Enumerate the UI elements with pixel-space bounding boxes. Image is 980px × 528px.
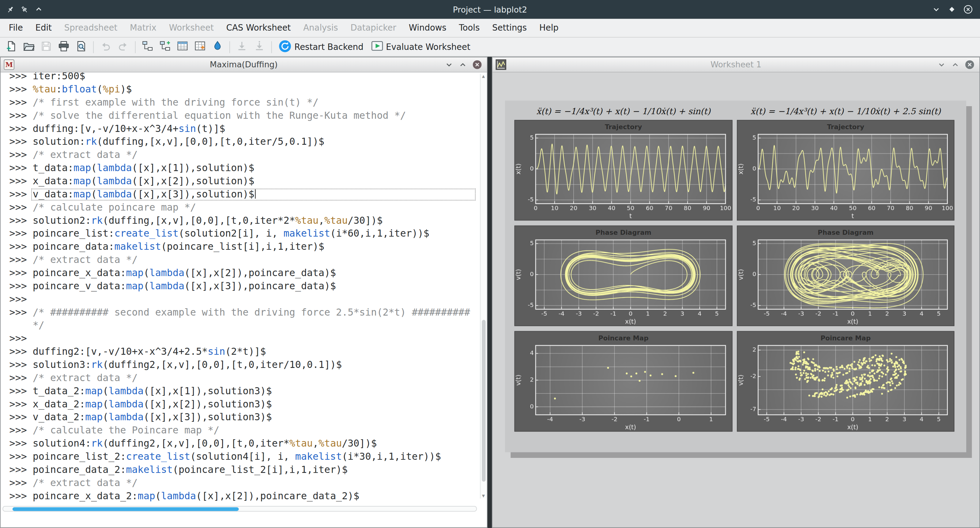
syntax-highlight-button[interactable] (209, 38, 226, 55)
console-lines: >>> iter:500$>>> %tau:bfloat(%pi)$>>> /*… (1, 73, 479, 503)
console-line[interactable]: >>> /* solve the differential equation w… (1, 109, 479, 122)
jump-last-button[interactable] (250, 38, 268, 55)
cas-shade-button[interactable] (445, 60, 453, 69)
new-matrix-button[interactable] (191, 38, 208, 55)
keep-above-icon[interactable] (35, 5, 42, 13)
plot-phase-left[interactable]: Phase Diagram (514, 225, 733, 326)
console-line[interactable]: >>> /* first example with the driving fo… (1, 96, 479, 109)
console-horizontal-scrollbar[interactable] (2, 506, 477, 512)
plot-title: Trajectory (515, 121, 732, 133)
window-titlebar[interactable]: Project — labplot2 (0, 0, 980, 19)
jump-down-icon (236, 40, 247, 54)
console-line[interactable]: >>> t_data:map(lambda([x],x[1]),solution… (1, 162, 479, 175)
close-button[interactable] (964, 5, 973, 14)
application-window: Project — labplot2 FileEditSpreadsheetMa… (0, 0, 980, 528)
phase-right-canvas (737, 238, 954, 326)
evaluate-worksheet-button[interactable]: Evaluate Worksheet (367, 38, 474, 55)
console-line[interactable]: >>> (1, 332, 479, 346)
console-line[interactable]: >>> solution:rk(duffing,[x,v],[0,0],[t,0… (1, 136, 479, 149)
console-line[interactable]: >>> x_data_2:map(lambda([x],x[2]),soluti… (1, 398, 479, 411)
console-line[interactable]: >>> poincare_data:makelist(poincare_list… (1, 241, 479, 254)
console-line[interactable]: >>> poincare_list_2:create_list(solution… (1, 450, 479, 463)
new-spreadsheet-button[interactable] (173, 38, 191, 55)
restart-backend-button[interactable]: Restart Backend (275, 38, 367, 55)
console-line[interactable]: >>> poincare_data_2:makelist(poincare_li… (1, 463, 479, 477)
cas-window-titlebar[interactable]: M Maxima(Duffing) (1, 57, 487, 73)
pin-icon[interactable] (6, 5, 14, 13)
droplet-icon (213, 41, 223, 53)
cas-close-button[interactable] (473, 60, 482, 70)
maximize-button[interactable] (948, 5, 956, 13)
redo-icon (118, 40, 129, 54)
maxima-console[interactable]: >>> iter:500$>>> %tau:bfloat(%pi)$>>> /*… (1, 73, 487, 527)
console-line[interactable]: >>> poincare_x_data:map(lambda([x],x[2])… (1, 266, 479, 280)
console-vertical-scrollbar[interactable]: ▲ ▼ (480, 74, 486, 499)
console-line[interactable]: >>> /* extract data */ (1, 477, 479, 490)
worksheet-restore-button[interactable] (951, 60, 959, 69)
console-line[interactable]: >>> poincare_x_data_2:map(lambda([x],x[2… (1, 490, 479, 503)
print-button[interactable] (55, 38, 73, 55)
redo-button[interactable] (114, 38, 132, 55)
console-line[interactable]: >>> /* calculate the Poincare map */ (1, 424, 479, 438)
minimize-button[interactable] (932, 5, 940, 13)
main-toolbar: Restart Backend Evaluate Worksheet (0, 37, 980, 57)
plot-phase-right[interactable]: Phase Diagram (737, 225, 954, 326)
tree-plus-icon (159, 40, 170, 54)
open-folder-icon (23, 40, 35, 54)
equation-title-left: ẍ(t) = −1/4x³(t) + x(t) − 1/10ẋ(t) + sin… (514, 106, 733, 116)
new-folder-button[interactable] (139, 38, 156, 55)
console-line[interactable]: >>> (1, 293, 479, 306)
menu-settings[interactable]: Settings (486, 19, 533, 37)
worksheet-close-button[interactable] (965, 60, 975, 70)
scroll-up-icon[interactable]: ▲ (480, 74, 486, 79)
menu-help[interactable]: Help (533, 19, 565, 37)
console-line[interactable]: >>> poincare_v_data:map(lambda([x],x[3])… (1, 280, 479, 293)
restart-backend-icon (279, 40, 291, 54)
menu-edit[interactable]: Edit (29, 19, 58, 37)
print-preview-button[interactable] (73, 38, 90, 55)
worksheet-window-title: Worksheet 1 (492, 60, 979, 70)
console-line[interactable]: >>> iter:500$ (1, 73, 479, 83)
toolbar-separator (135, 41, 136, 53)
console-line[interactable]: >>> v_data:map(lambda([x],x[3]),solution… (1, 188, 479, 201)
worksheet-view[interactable]: ẍ(t) = −1/4x³(t) + x(t) − 1/10ẋ(t) + sin… (492, 73, 979, 527)
worksheet-shade-button[interactable] (937, 60, 946, 69)
menu-windows[interactable]: Windows (402, 19, 453, 37)
console-line[interactable]: >>> /* calculate poincare map */ (1, 201, 479, 214)
console-line[interactable]: >>> poincare_list:create_list(solution2[… (1, 227, 479, 241)
console-line[interactable]: */ (1, 319, 479, 332)
new-project-button[interactable] (2, 38, 20, 55)
console-line[interactable]: >>> /* ########## second example with th… (1, 306, 479, 319)
console-line[interactable]: >>> solution2:rk(duffing,[x,v],[0,0],[t,… (1, 214, 479, 227)
console-line[interactable]: >>> /* extract data */ (1, 372, 479, 385)
console-line[interactable]: >>> duffing:[v,-v/10+x-x^3/4+sin(t)]$ (1, 122, 479, 136)
console-line[interactable]: >>> /* extract data */ (1, 149, 479, 162)
plot-poincare-right[interactable]: Poincare Map (737, 331, 954, 432)
pin-alt-icon[interactable] (21, 5, 29, 13)
worksheet-window-titlebar[interactable]: Worksheet 1 (492, 57, 979, 73)
console-line[interactable]: >>> %tau:bfloat(%pi)$ (1, 83, 479, 96)
plot-trajectory-right[interactable]: Trajectory (737, 120, 954, 221)
horizontal-scroll-thumb[interactable] (13, 507, 239, 511)
console-line[interactable]: >>> x_data:map(lambda([x],x[2]),solution… (1, 175, 479, 188)
plot-poincare-left[interactable]: Poincare Map (514, 331, 733, 432)
open-project-button[interactable] (20, 38, 37, 55)
save-project-button[interactable] (37, 38, 55, 55)
jump-first-button[interactable] (233, 38, 250, 55)
menu-file[interactable]: File (2, 19, 29, 37)
console-line[interactable]: >>> t_data_2:map(lambda([x],x[1]),soluti… (1, 385, 479, 398)
console-line[interactable]: >>> v_data_2:map(lambda([x],x[3]),soluti… (1, 411, 479, 424)
menu-tools[interactable]: Tools (453, 19, 486, 37)
new-workbook-button[interactable] (156, 38, 173, 55)
plot-trajectory-left[interactable]: Trajectory (514, 120, 733, 221)
cas-restore-button[interactable] (459, 60, 467, 69)
console-line[interactable]: >>> /* extract data */ (1, 254, 479, 267)
console-line[interactable]: >>> solution3:rk(duffing2,[x,v],[0,0],[t… (1, 358, 479, 372)
undo-button[interactable] (97, 38, 114, 55)
console-line[interactable]: >>> duffing2:[v,-v/10+x-x^3/4+2.5*sin(2*… (1, 346, 479, 359)
console-line[interactable]: >>> solution4:rk(duffing2,[x,v],[0,0],[t… (1, 438, 479, 450)
vertical-scroll-thumb[interactable] (481, 320, 485, 482)
scroll-down-icon[interactable]: ▼ (480, 493, 486, 498)
new-document-icon (5, 40, 17, 54)
menu-cas-worksheet[interactable]: CAS Worksheet (220, 19, 297, 37)
